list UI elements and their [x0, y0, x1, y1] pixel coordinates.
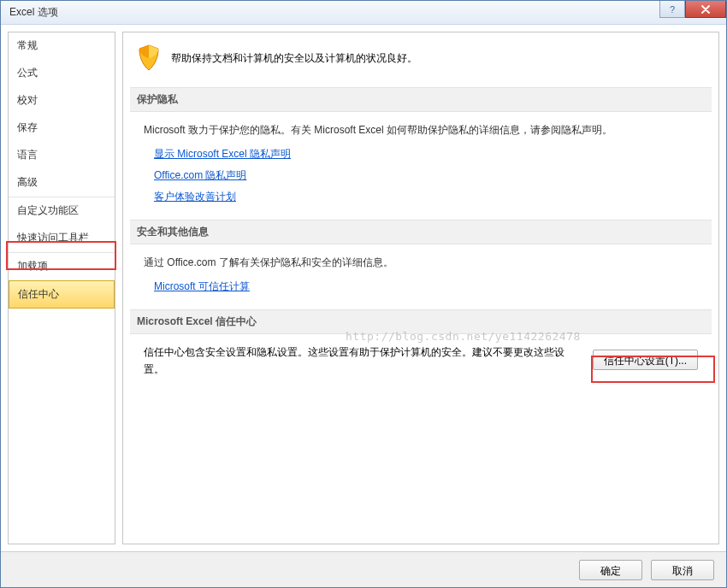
- sidebar-item-save[interactable]: 保存: [9, 115, 115, 142]
- sidebar: 常规 公式 校对 保存 语言 高级 自定义功能区 快速访问工具栏 加载项 信任中…: [8, 32, 115, 544]
- privacy-description: Microsoft 致力于保护您的隐私。有关 Microsoft Excel 如…: [144, 122, 698, 138]
- help-button[interactable]: ?: [659, 1, 685, 18]
- section-header-privacy: 保护隐私: [130, 87, 712, 112]
- content-panel: 帮助保持文档和计算机的安全以及计算机的状况良好。 保护隐私 Microsoft …: [122, 32, 719, 544]
- dialog-footer: 确定 取消: [1, 551, 726, 587]
- link-office-privacy-statement[interactable]: Office.com 隐私声明: [154, 168, 698, 183]
- sidebar-item-customize-ribbon[interactable]: 自定义功能区: [9, 197, 115, 225]
- section-header-trust-center: Microsoft Excel 信任中心: [130, 309, 712, 334]
- sidebar-item-quick-access[interactable]: 快速访问工具栏: [9, 225, 115, 252]
- trust-center-settings-button[interactable]: 信任中心设置(T)...: [593, 350, 698, 370]
- section-header-security: 安全和其他信息: [130, 220, 712, 244]
- excel-options-dialog: Excel 选项 ? 常规 公式 校对 保存 语言 高级 自定义功能区 快速访问…: [0, 0, 727, 588]
- link-ceip[interactable]: 客户体验改善计划: [154, 190, 698, 204]
- trust-center-description: 信任中心包含安全设置和隐私设置。这些设置有助于保护计算机的安全。建议不要更改这些…: [144, 344, 582, 377]
- close-button[interactable]: [685, 1, 726, 18]
- sidebar-item-advanced[interactable]: 高级: [9, 169, 115, 197]
- sidebar-item-language[interactable]: 语言: [9, 142, 115, 169]
- svg-text:?: ?: [670, 5, 675, 14]
- sidebar-item-formulas[interactable]: 公式: [9, 60, 115, 87]
- privacy-links: 显示 Microsoft Excel 隐私声明 Office.com 隐私声明 …: [154, 147, 698, 204]
- link-trustworthy-computing[interactable]: Microsoft 可信任计算: [154, 279, 698, 294]
- link-excel-privacy-statement[interactable]: 显示 Microsoft Excel 隐私声明: [154, 147, 698, 162]
- sidebar-item-trust-center[interactable]: 信任中心: [9, 280, 115, 309]
- ok-button[interactable]: 确定: [579, 560, 642, 580]
- cancel-button[interactable]: 取消: [651, 560, 714, 580]
- dialog-body: 常规 公式 校对 保存 语言 高级 自定义功能区 快速访问工具栏 加载项 信任中…: [1, 25, 726, 551]
- dialog-title: Excel 选项: [6, 5, 58, 20]
- header-text: 帮助保持文档和计算机的安全以及计算机的状况良好。: [171, 51, 417, 66]
- header-row: 帮助保持文档和计算机的安全以及计算机的状况良好。: [137, 44, 705, 72]
- trust-center-row: 信任中心包含安全设置和隐私设置。这些设置有助于保护计算机的安全。建议不要更改这些…: [144, 344, 698, 377]
- security-description: 通过 Office.com 了解有关保护隐私和安全的详细信息。: [144, 255, 698, 271]
- sidebar-item-addins[interactable]: 加载项: [9, 252, 115, 280]
- security-links: Microsoft 可信任计算: [154, 279, 698, 294]
- sidebar-item-proofing[interactable]: 校对: [9, 87, 115, 115]
- shield-icon: [137, 44, 161, 72]
- sidebar-item-general[interactable]: 常规: [9, 32, 115, 60]
- titlebar: Excel 选项 ?: [1, 1, 726, 25]
- window-controls: ?: [659, 1, 726, 18]
